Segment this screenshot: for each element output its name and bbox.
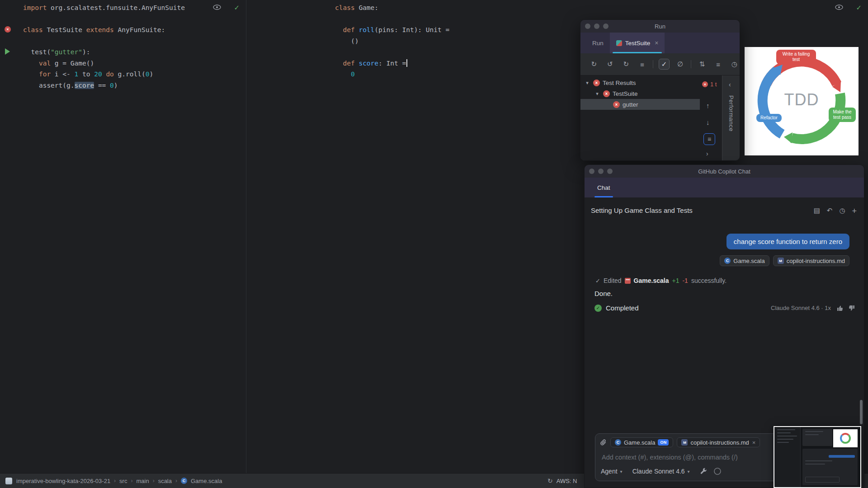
- zoom-window-button[interactable]: [603, 23, 609, 29]
- undo-icon[interactable]: ↶: [827, 206, 833, 216]
- text-caret: [406, 59, 407, 67]
- rerun-icon[interactable]: ↻: [589, 59, 599, 70]
- context-chips: CGame.scalaONMcopilot-instructions.md×: [610, 437, 760, 447]
- next-failed-test-icon[interactable]: ↓: [706, 118, 710, 126]
- inspection-widget: ✓: [835, 4, 862, 12]
- tdd-center-label: TDD: [745, 90, 859, 109]
- stop-icon[interactable]: ■: [637, 59, 648, 70]
- breadcrumb-item[interactable]: main: [136, 478, 149, 484]
- attach-icon[interactable]: [600, 439, 607, 446]
- status-right: ↻ AWS: N: [547, 477, 577, 484]
- completed-row: ✓ Completed Claude Sonnet 4.6 · 1x: [594, 304, 855, 312]
- breadcrumb-item[interactable]: Game.scala: [191, 478, 222, 484]
- test-navigation-column: × 1 t ↑ ↓ ≡ ›: [700, 75, 722, 160]
- failed-count-badge: × 1 t: [702, 81, 723, 88]
- window-title: Run: [655, 23, 665, 30]
- game-code[interactable]: class Game: def roll(pins: Int): Unit = …: [335, 2, 449, 80]
- inspections-ok-icon[interactable]: ✓: [856, 4, 862, 12]
- autotest-icon[interactable]: ↻: [621, 59, 632, 70]
- minimize-window-button[interactable]: [598, 169, 604, 174]
- file-chip-label: Game.scala: [624, 439, 655, 446]
- file-chip-label: copilot-instructions.md: [690, 439, 749, 446]
- thumbs-down-icon[interactable]: [849, 305, 855, 311]
- project-icon[interactable]: [5, 478, 12, 484]
- mode-selector[interactable]: Agent ▾: [601, 468, 623, 475]
- file-chip[interactable]: Mcopilot-instructions.md: [773, 255, 849, 266]
- edited-file-name[interactable]: Game.scala: [634, 277, 669, 284]
- edit-action-label: Edited: [604, 277, 622, 284]
- run-test-gutter-icon[interactable]: [5, 48, 10, 55]
- scala-class-icon: C: [615, 439, 621, 446]
- window-controls: [585, 23, 609, 29]
- tdd-diagram-image: TDD Write a failing test Make the test p…: [745, 47, 859, 155]
- rerun-failed-icon[interactable]: ↺: [605, 59, 616, 70]
- file-chip[interactable]: CGame.scala: [720, 255, 769, 266]
- test-failed-gutter-icon[interactable]: ×: [5, 26, 11, 33]
- tab-chat[interactable]: Chat: [591, 178, 617, 197]
- highlighting-eye-icon[interactable]: [213, 4, 221, 12]
- expand-chevron-icon[interactable]: ▾: [584, 80, 590, 86]
- testsuite-code[interactable]: import org.scalatest.funsuite.AnyFunSuit…: [23, 2, 185, 91]
- breadcrumb: imperative-bowling-kata-2026-03-21›src›m…: [16, 478, 222, 484]
- tab-run[interactable]: Run: [586, 33, 610, 53]
- show-passed-icon[interactable]: ✓: [659, 59, 670, 70]
- scala-class-icon: C: [724, 258, 731, 264]
- expand-chevron-icon[interactable]: ▾: [594, 91, 600, 97]
- test-tree-item[interactable]: ▾×TestSuite: [580, 88, 700, 99]
- tab-testsuite[interactable]: TestSuite ×: [610, 33, 665, 53]
- performance-tab-label[interactable]: Performance: [728, 95, 735, 131]
- new-chat-icon[interactable]: +: [852, 206, 857, 216]
- editor-pane-testsuite[interactable]: × import org.scalatest.funsuite.AnyFunSu…: [0, 0, 246, 473]
- chat-input-placeholder[interactable]: Add context (#), extensions (@), command…: [602, 454, 738, 461]
- breadcrumb-item[interactable]: scala: [158, 478, 172, 484]
- sync-icon[interactable]: ↻: [547, 477, 553, 484]
- collapse-chevron-icon[interactable]: ‹: [729, 81, 731, 88]
- run-window-titlebar[interactable]: Run: [580, 20, 740, 33]
- sort-tests-icon[interactable]: ⇅: [697, 59, 708, 70]
- highlighting-eye-icon[interactable]: [835, 4, 843, 12]
- context-row: CGame.scalaONMcopilot-instructions.md×: [600, 437, 760, 447]
- context-on-badge[interactable]: ON: [658, 439, 669, 446]
- failed-count-text: 1 t: [710, 81, 717, 88]
- file-chip[interactable]: Mcopilot-instructions.md×: [677, 437, 760, 447]
- remove-chip-icon[interactable]: ×: [752, 439, 756, 446]
- aws-status[interactable]: AWS: N: [557, 478, 577, 484]
- screenshot-thumbnail[interactable]: [774, 426, 861, 488]
- inspections-ok-icon[interactable]: ✓: [234, 4, 240, 12]
- check-icon: ✓: [595, 277, 600, 284]
- ide-screen: × import org.scalatest.funsuite.AnyFunSu…: [0, 0, 868, 488]
- run-toolbar: ↻↺↻■✓∅⇅≡◷: [580, 53, 740, 75]
- window-title: GitHub Copilot Chat: [698, 168, 750, 175]
- breadcrumb-item[interactable]: imperative-bowling-kata-2026-03-21: [16, 478, 110, 484]
- filter-tests-icon[interactable]: ≡: [703, 133, 715, 145]
- test-tree: ▾×Test Results▾×TestSuite ×gutter: [580, 77, 700, 110]
- collapse-all-icon[interactable]: ≡: [713, 59, 724, 70]
- tdd-step-refactor: Refactor: [756, 114, 782, 122]
- chat-scrollbar[interactable]: [860, 400, 863, 424]
- zoom-window-button[interactable]: [607, 169, 613, 174]
- file-chip[interactable]: CGame.scalaON: [610, 437, 673, 447]
- thumbnail-detail: [833, 429, 858, 447]
- test-history-icon[interactable]: ◷: [729, 59, 740, 70]
- tools-icon[interactable]: [700, 468, 707, 475]
- history-icon[interactable]: ◷: [839, 206, 845, 216]
- toolbar-separator: [691, 60, 691, 68]
- conversations-icon[interactable]: ▤: [814, 206, 820, 216]
- breadcrumb-separator: ›: [131, 478, 132, 484]
- test-tree-item[interactable]: ×gutter: [580, 99, 700, 110]
- expand-panel-icon[interactable]: ›: [706, 150, 708, 157]
- breadcrumb-item[interactable]: src: [119, 478, 127, 484]
- window-controls: [589, 169, 613, 174]
- close-window-button[interactable]: [585, 23, 590, 29]
- close-tab-icon[interactable]: ×: [655, 39, 658, 47]
- close-window-button[interactable]: [589, 169, 594, 174]
- test-tree-item[interactable]: ▾×Test Results: [580, 77, 700, 88]
- minimize-window-button[interactable]: [594, 23, 599, 29]
- show-ignored-icon[interactable]: ∅: [675, 59, 686, 70]
- model-selector[interactable]: Claude Sonnet 4.6 ▾: [632, 468, 690, 475]
- markdown-icon: M: [681, 439, 688, 446]
- send-button[interactable]: [713, 467, 722, 475]
- thumbs-up-icon[interactable]: [837, 305, 843, 311]
- previous-failed-test-icon[interactable]: ↑: [706, 102, 710, 109]
- chat-window-titlebar[interactable]: GitHub Copilot Chat: [585, 165, 864, 178]
